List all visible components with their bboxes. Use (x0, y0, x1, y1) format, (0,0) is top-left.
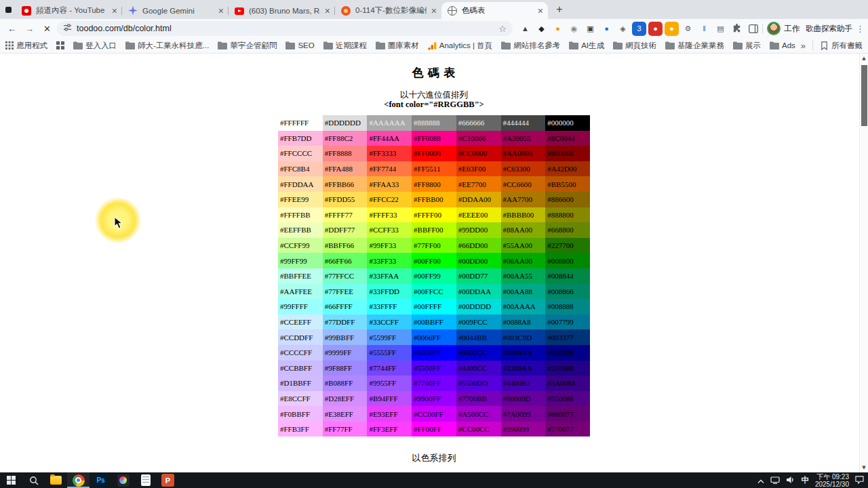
bookmark-folder[interactable]: Ads (770, 41, 795, 49)
chrome-menu-icon[interactable]: ⋮ (856, 24, 865, 34)
color-cell: #888888 (412, 115, 456, 131)
blue-dot-extension-icon[interactable]: ● (599, 22, 614, 36)
color-cell: #33FF33 (367, 253, 412, 268)
bookmark-folder[interactable]: 基隆企業業務 (665, 41, 724, 51)
browser-tab[interactable]: (603) Bruno Mars, Rihanna, T...× (229, 2, 335, 19)
bookmark-folder[interactable]: SEO (285, 41, 314, 49)
notes-extension-icon[interactable]: ▤ (713, 22, 728, 36)
color-cell: #FFAA33 (367, 176, 412, 192)
browser-tab[interactable]: 色碼表× (441, 2, 548, 19)
photoshop-icon[interactable]: Ps (90, 472, 112, 488)
gray-ring-extension-icon[interactable]: ◉ (567, 22, 581, 36)
subtitle-text: 以十六進位值排列 (0, 90, 868, 100)
extensions-puzzle-icon[interactable] (730, 22, 744, 36)
tray-expand-icon[interactable] (757, 474, 764, 487)
color-cell: #BBFF66 (323, 238, 368, 253)
color-row: #FFCCCC#FF8888#FF3333#FF0000#CC0000#AA00… (278, 146, 590, 161)
volume-icon[interactable] (786, 474, 795, 487)
color-cell: #CCFF33 (367, 222, 412, 238)
document-app-icon[interactable] (134, 472, 157, 488)
bookmark-folder[interactable]: 近期課程 (323, 41, 367, 51)
color-cell: #770077 (545, 422, 590, 437)
bookmark-folder[interactable]: 網頁技術 (613, 41, 656, 51)
action-center-icon[interactable] (855, 474, 864, 487)
color-cell: #B94FFF (367, 391, 412, 407)
media-app-icon[interactable] (112, 472, 134, 488)
color-cell: #00FFFF (412, 299, 456, 314)
bookmark-folder[interactable]: 師大-工業永科技應... (125, 41, 209, 51)
color-row: #FFFFFF#DDDDDD#AAAAAA#888888#666666#4444… (278, 115, 590, 131)
bookmark-item[interactable]: 應用程式 (5, 41, 47, 51)
bookmark-folder[interactable]: AI生成 (569, 41, 604, 51)
network-icon[interactable] (770, 474, 780, 487)
file-explorer-icon[interactable] (45, 472, 67, 488)
ime-indicator[interactable]: 中 (801, 475, 809, 485)
scroll-down-arrow[interactable]: ▼ (860, 463, 868, 472)
all-bookmarks-button[interactable]: 所有書籤 (820, 41, 863, 51)
taskbar-search-button[interactable] (22, 472, 45, 488)
browser-tab[interactable]: Google Gemini× (122, 2, 229, 19)
vertical-scrollbar[interactable]: ▲ ▼ (859, 54, 868, 472)
tab-strip-corner-icon[interactable] (5, 7, 12, 13)
address-bar[interactable]: toodoo.com/db/color.html ☆ (57, 21, 513, 36)
red-extension-icon[interactable]: ● (648, 22, 663, 36)
tab-close-icon[interactable]: × (112, 7, 117, 15)
chart-extension-icon[interactable]: ‖ (697, 22, 711, 36)
apps-grid-icon (5, 41, 14, 49)
bookmark-label: 近期課程 (336, 41, 367, 51)
browser-tab[interactable]: 頻道內容 - YouTube Studio× (16, 2, 122, 19)
orange-extension-icon[interactable]: ● (665, 22, 679, 36)
clock-date: 2025/12/30 (815, 481, 849, 488)
bookmark-folder[interactable]: 登入入口 (73, 41, 117, 51)
bookmark-folder[interactable]: 華宇企管顧問 (218, 41, 277, 51)
color-cell: #99FF33 (367, 238, 412, 253)
side-panel-icon[interactable] (746, 22, 760, 36)
color-cell: #444444 (501, 115, 546, 131)
stats-extension-icon[interactable]: ▲ (518, 22, 532, 36)
orange-dot-extension-icon[interactable]: ● (551, 22, 565, 36)
course-favicon-icon (341, 6, 351, 16)
dark-extension-icon[interactable]: ◆ (534, 22, 549, 36)
gear-extension-icon[interactable]: ⚙ (681, 22, 695, 36)
bookmark-folder[interactable]: 網站排名參考 (501, 41, 560, 51)
chrome-taskbar-icon[interactable] (67, 472, 90, 488)
site-settings-tune-icon[interactable] (63, 22, 72, 35)
bookmark-star-icon[interactable]: ☆ (498, 24, 507, 33)
bookmark-folder[interactable]: 展示 (733, 41, 761, 51)
bookmarks-right-group: » 所有書籤 (801, 41, 863, 51)
bookmark-folder[interactable]: 圖庫素材 (376, 41, 419, 51)
tab-close-icon[interactable]: × (431, 7, 437, 15)
box-extension-icon[interactable]: ▣ (583, 22, 597, 36)
color-cell: #5599FF (367, 329, 412, 345)
toolbar-right-label[interactable]: 歌曲探索助手 (806, 24, 852, 34)
new-tab-button[interactable]: + (551, 1, 568, 18)
bookmarks-overflow-chevron[interactable]: » (801, 41, 806, 51)
diamond-extension-icon[interactable]: ◈ (616, 22, 630, 36)
taskbar-clock[interactable]: 下午 09:23 2025/12/30 (815, 473, 849, 488)
bookmark-item[interactable]: Analytics | 首頁 (428, 41, 492, 51)
color-cell: #77FFEE (323, 284, 368, 300)
tab-close-icon[interactable]: × (218, 7, 224, 15)
color-cell: #00AA00 (501, 253, 546, 268)
color-cell: #CC0000 (456, 146, 501, 161)
tab-close-icon[interactable]: × (325, 7, 330, 15)
color-cell: #000000 (545, 115, 590, 131)
back-button[interactable]: ← (4, 21, 20, 37)
stop-loading-button[interactable]: ✕ (39, 21, 55, 37)
tab-close-icon[interactable]: × (538, 7, 543, 15)
profile-button[interactable]: 工作 (767, 22, 800, 35)
blue-badge-extension-icon[interactable]: 3 (632, 22, 646, 36)
color-cell: #7700FF (412, 375, 456, 391)
scroll-up-arrow[interactable]: ▲ (860, 54, 868, 63)
scrollbar-thumb[interactable] (861, 65, 867, 126)
color-cell: #77DDFF (323, 314, 368, 330)
folder-icon (125, 41, 135, 49)
color-cell: #660077 (545, 406, 590, 422)
forward-button[interactable]: → (22, 21, 37, 37)
start-button[interactable] (0, 472, 22, 488)
taskbar: Ps P 中 下午 09:23 2025/12/30 (0, 472, 868, 488)
bookmark-label: 登入入口 (85, 41, 117, 51)
browser-tab[interactable]: 0-114下-數位影像編修與AI繪...× (335, 2, 441, 19)
powerpoint-icon[interactable]: P (157, 472, 179, 488)
bookmark-item[interactable] (56, 41, 64, 49)
